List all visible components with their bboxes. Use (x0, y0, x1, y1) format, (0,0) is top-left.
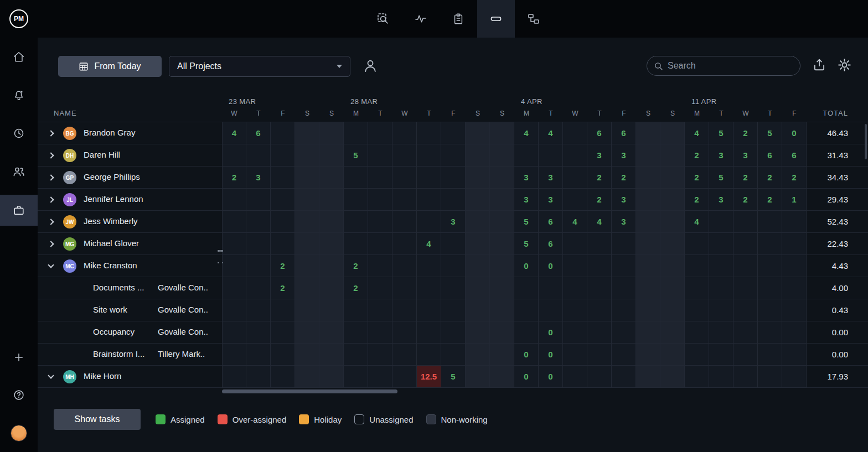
allocation-cell[interactable]: 4 (514, 122, 539, 144)
allocation-cell[interactable] (733, 366, 758, 388)
allocation-cell[interactable] (539, 144, 563, 167)
allocation-cell[interactable] (636, 189, 660, 211)
allocation-cell[interactable] (295, 122, 319, 144)
allocation-cell[interactable] (392, 277, 417, 299)
allocation-cell[interactable] (490, 189, 514, 211)
allocation-cell[interactable]: 0 (514, 255, 539, 277)
allocation-cell[interactable] (246, 189, 271, 211)
allocation-cell[interactable] (441, 255, 466, 277)
allocation-cell[interactable] (441, 321, 466, 344)
allocation-cell[interactable] (685, 321, 709, 344)
allocation-cell[interactable] (295, 321, 319, 344)
allocation-cell[interactable] (660, 321, 685, 344)
allocation-cell[interactable] (222, 189, 246, 211)
allocation-cell[interactable] (417, 211, 441, 233)
allocation-cell[interactable] (246, 211, 271, 233)
allocation-cell[interactable] (782, 344, 807, 366)
person-row[interactable]: MCMike Cranston22004.43 (38, 255, 868, 277)
allocation-cell[interactable] (295, 344, 319, 366)
allocation-cell[interactable] (636, 122, 660, 144)
allocation-cell[interactable] (782, 366, 807, 388)
allocation-cell[interactable] (660, 167, 685, 189)
allocation-cell[interactable] (319, 233, 344, 255)
allocation-cell[interactable] (490, 299, 514, 321)
allocation-cell[interactable] (246, 233, 271, 255)
allocation-cell[interactable] (441, 122, 466, 144)
person-row[interactable]: JLJennifer Lennon33232322129.43 (38, 189, 868, 211)
allocation-cell[interactable] (417, 255, 441, 277)
allocation-cell[interactable] (246, 144, 271, 167)
clipboard-icon[interactable] (440, 0, 477, 38)
allocation-cell[interactable] (417, 189, 441, 211)
allocation-cell[interactable] (295, 211, 319, 233)
allocation-cell[interactable] (466, 321, 490, 344)
allocation-cell[interactable] (417, 321, 441, 344)
allocation-cell[interactable] (295, 255, 319, 277)
team-icon[interactable] (0, 160, 38, 183)
allocation-cell[interactable] (466, 344, 490, 366)
allocation-cell[interactable]: 2 (733, 189, 758, 211)
allocation-cell[interactable] (271, 233, 295, 255)
allocation-cell[interactable]: 5 (709, 167, 733, 189)
allocation-cell[interactable]: 3 (514, 189, 539, 211)
allocation-cell[interactable]: 6 (539, 211, 563, 233)
home-icon[interactable] (0, 46, 38, 68)
user-avatar[interactable] (11, 425, 27, 441)
allocation-cell[interactable] (344, 366, 368, 388)
allocation-cell[interactable] (733, 233, 758, 255)
allocation-cell[interactable] (246, 299, 271, 321)
allocation-cell[interactable] (222, 211, 246, 233)
allocation-cell[interactable] (466, 189, 490, 211)
allocation-cell[interactable]: 5 (758, 122, 782, 144)
allocation-cell[interactable] (490, 122, 514, 144)
allocation-cell[interactable] (758, 233, 782, 255)
allocation-cell[interactable]: 4 (417, 233, 441, 255)
allocation-cell[interactable] (417, 277, 441, 299)
row-name-cell[interactable]: MCMike Cranston (38, 255, 222, 277)
allocation-cell[interactable]: 3 (612, 189, 636, 211)
allocation-cell[interactable] (368, 122, 392, 144)
allocation-cell[interactable] (368, 144, 392, 167)
allocation-cell[interactable] (368, 189, 392, 211)
task-row[interactable]: Brainstorm I...Tillery Mark..000.00 (38, 344, 868, 366)
allocation-cell[interactable] (709, 366, 733, 388)
allocation-cell[interactable] (441, 167, 466, 189)
allocation-cell[interactable] (636, 167, 660, 189)
allocation-cell[interactable]: 0 (539, 321, 563, 344)
task-row[interactable]: Site workGovalle Con..0.43 (38, 299, 868, 321)
row-name-cell[interactable]: BGBrandon Gray (38, 122, 222, 144)
allocation-cell[interactable] (490, 321, 514, 344)
allocation-cell[interactable] (319, 277, 344, 299)
allocation-cell[interactable]: 3 (709, 144, 733, 167)
assignee-filter-button[interactable] (362, 58, 379, 74)
allocation-cell[interactable]: 4 (222, 122, 246, 144)
row-name-cell[interactable]: OccupancyGovalle Con.. (38, 321, 222, 344)
allocation-cell[interactable]: 2 (733, 167, 758, 189)
allocation-cell[interactable]: 4 (685, 211, 709, 233)
allocation-cell[interactable] (368, 233, 392, 255)
allocation-cell[interactable] (441, 189, 466, 211)
allocation-cell[interactable]: 0 (539, 344, 563, 366)
allocation-cell[interactable] (709, 255, 733, 277)
allocation-cell[interactable]: 5 (514, 233, 539, 255)
allocation-cell[interactable] (319, 167, 344, 189)
allocation-cell[interactable] (685, 277, 709, 299)
allocation-cell[interactable] (612, 255, 636, 277)
allocation-cell[interactable] (368, 167, 392, 189)
allocation-cell[interactable] (271, 321, 295, 344)
allocation-cell[interactable] (733, 211, 758, 233)
allocation-cell[interactable] (758, 299, 782, 321)
allocation-cell[interactable]: 12.5 (417, 366, 441, 388)
chevron-down-icon[interactable] (48, 372, 54, 378)
allocation-cell[interactable] (319, 366, 344, 388)
allocation-cell[interactable] (685, 366, 709, 388)
allocation-cell[interactable] (758, 321, 782, 344)
workload-view-icon[interactable] (477, 0, 515, 38)
allocation-cell[interactable] (490, 211, 514, 233)
allocation-cell[interactable] (319, 122, 344, 144)
allocation-cell[interactable] (271, 211, 295, 233)
allocation-cell[interactable] (344, 189, 368, 211)
allocation-cell[interactable] (612, 233, 636, 255)
allocation-cell[interactable]: 0 (539, 255, 563, 277)
allocation-cell[interactable]: 4 (685, 122, 709, 144)
